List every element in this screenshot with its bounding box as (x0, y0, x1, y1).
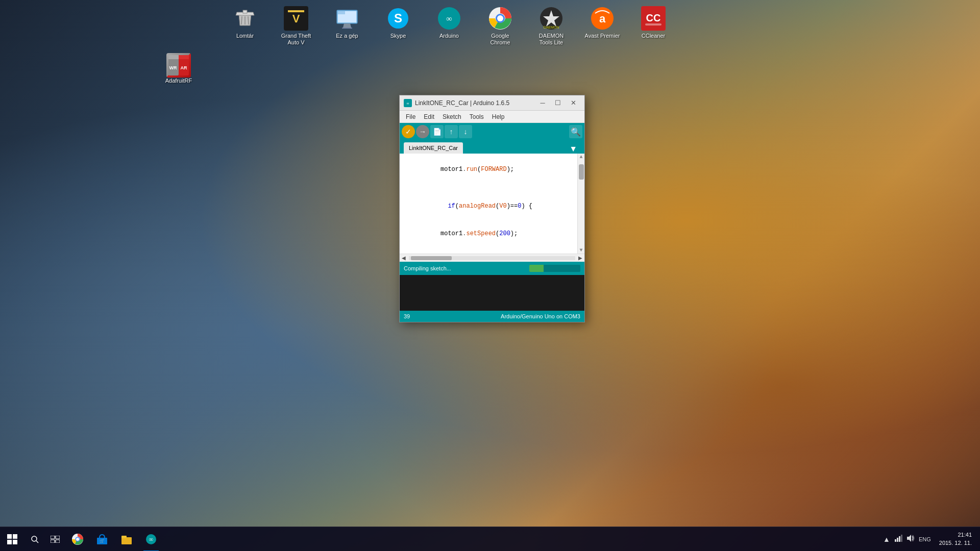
svg-rect-38 (7, 540, 12, 544)
taskbar: 🛒 ∞ ▲ (0, 527, 980, 551)
svg-rect-12 (342, 28, 352, 29)
svg-marker-11 (343, 23, 351, 28)
adafruitrf-label: AdafruitRF (165, 78, 192, 84)
svg-line-41 (36, 541, 38, 543)
svg-text:WR: WR (169, 65, 177, 70)
compile-progress-bar: Compiling sketch... (400, 262, 584, 275)
menu-edit[interactable]: Edit (420, 112, 438, 121)
taskbar-task-view[interactable] (45, 527, 65, 552)
svg-rect-45 (56, 540, 60, 543)
desktop-icon-lomtar[interactable]: Lomtár (225, 4, 265, 48)
svg-rect-39 (13, 540, 17, 544)
svg-text:V: V (292, 12, 300, 25)
compile-label: Compiling sketch... (404, 265, 529, 271)
tab-arrow[interactable]: ▼ (566, 144, 580, 154)
gta5-label: Grand TheftAuto V (281, 33, 311, 46)
menu-file[interactable]: File (402, 112, 420, 121)
scrollbar-thumb-v[interactable] (579, 164, 584, 180)
svg-rect-36 (7, 534, 12, 539)
svg-rect-27 (645, 23, 662, 26)
svg-rect-30 (168, 55, 179, 59)
scrollbar-h-track[interactable] (409, 256, 575, 260)
code-scroll-area[interactable]: motor1.run(FORWARD); if(analogRead(V0)==… (400, 154, 577, 254)
taskbar-apps: 🛒 ∞ (65, 527, 879, 551)
avast-label: Avast Premier (585, 33, 620, 39)
horizontal-scrollbar[interactable]: ◀ ▶ (400, 254, 584, 262)
desktop-icon-avast[interactable]: a Avast Premier (582, 4, 623, 48)
verify-button[interactable]: ✓ (402, 125, 415, 138)
svg-text:S: S (394, 11, 402, 25)
minimize-button[interactable]: ─ (535, 97, 550, 109)
chrome-label: GoogleChrome (490, 33, 510, 46)
close-button[interactable]: ✕ (566, 97, 580, 109)
svg-line-5 (248, 16, 249, 24)
taskbar-search[interactable] (24, 527, 45, 552)
svg-rect-31 (179, 55, 189, 59)
console-output[interactable] (400, 275, 584, 311)
tray-network[interactable] (894, 534, 902, 544)
winrar-icon: WR AR (166, 53, 191, 78)
code-line-1: motor1.run(FORWARD); (404, 156, 573, 183)
open-button[interactable]: ↑ (445, 125, 458, 138)
window-menubar: File Edit Sketch Tools Help (400, 111, 584, 123)
svg-line-3 (241, 16, 242, 24)
desktop-icon-adafruitrf[interactable]: WR AR AdafruitRF (158, 51, 199, 86)
desktop-icon-skype[interactable]: S Skype (378, 4, 419, 48)
window-tabs: LinkItONE_RC_Car ▼ (400, 140, 584, 154)
ccleaner-label: CCleaner (642, 33, 665, 39)
menu-tools[interactable]: Tools (465, 112, 488, 121)
desktop-icon-arduino[interactable]: ∞ Arduino (429, 4, 470, 48)
desktop-icon-ccleaner[interactable]: CC CCleaner (633, 4, 674, 48)
start-button[interactable] (0, 527, 24, 552)
computer-label: Ez a gép (336, 33, 358, 39)
svg-text:DAEMON: DAEMON (544, 26, 559, 29)
desktop-icon-daemon[interactable]: DAEMON DAEMONTools Lite (531, 4, 572, 48)
svg-point-48 (76, 538, 79, 541)
taskbar-app-chrome[interactable] (65, 527, 90, 552)
code-editor[interactable]: motor1.run(FORWARD); if(analogRead(V0)==… (400, 154, 584, 254)
svg-text:∞: ∞ (446, 14, 452, 23)
tray-expand[interactable]: ▲ (883, 535, 890, 543)
svg-text:a: a (599, 12, 606, 25)
code-line-2 (404, 183, 573, 192)
lomtar-label: Lomtár (236, 33, 254, 39)
tray-volume[interactable] (906, 534, 915, 544)
taskbar-app-store[interactable]: 🛒 (90, 527, 114, 552)
scrollbar-h-thumb[interactable] (411, 256, 452, 260)
svg-rect-44 (51, 540, 55, 543)
svg-marker-59 (907, 535, 911, 542)
scroll-left-arrow[interactable]: ◀ (400, 254, 408, 262)
new-button[interactable]: 📄 (430, 125, 444, 138)
code-line-4: motor1.setSpeed(200); (404, 220, 573, 247)
taskbar-clock[interactable]: 21:41 2015. 12. 11. (935, 531, 976, 547)
code-line-3: if(analogRead(V0)==0) { (404, 192, 573, 220)
desktop-icon-gta5[interactable]: V Grand TheftAuto V (276, 4, 316, 48)
code-line-5: motor1.run(BACKWARD); (404, 247, 573, 254)
vertical-scrollbar[interactable]: ▲ ▼ (577, 154, 584, 254)
desktop-icon-chrome[interactable]: GoogleChrome (480, 4, 521, 48)
taskbar-app-arduino[interactable]: ∞ (139, 527, 163, 552)
skype-label: Skype (390, 33, 406, 39)
svg-rect-51 (121, 537, 132, 544)
svg-text:🛒: 🛒 (100, 538, 105, 543)
maximize-button[interactable]: ☐ (551, 97, 565, 109)
tab-linkitone[interactable]: LinkItONE_RC_Car (404, 142, 463, 154)
menu-sketch[interactable]: Sketch (438, 112, 465, 121)
menu-help[interactable]: Help (488, 112, 509, 121)
taskbar-app-explorer[interactable] (114, 527, 139, 552)
search-button[interactable]: 🔍 (569, 125, 582, 138)
svg-rect-42 (51, 536, 55, 539)
svg-text:∞: ∞ (149, 536, 154, 543)
svg-rect-43 (56, 536, 60, 539)
desktop-icons-top-row: Lomtár V Grand TheftAuto V Ez a gép (225, 4, 674, 48)
upload-button[interactable]: → (416, 125, 429, 138)
window-toolbar: ✓ → 📄 ↑ ↓ 🔍 (400, 123, 584, 140)
taskbar-time: 21:41 (958, 531, 972, 539)
scroll-right-arrow[interactable]: ▶ (576, 254, 584, 262)
svg-rect-37 (13, 534, 17, 539)
tray-lang[interactable]: ENG (919, 536, 931, 542)
save-button[interactable]: ↓ (459, 125, 472, 138)
desktop-icon-computer[interactable]: Ez a gép (327, 4, 368, 48)
window-controls: ─ ☐ ✕ (535, 97, 580, 109)
svg-rect-58 (901, 535, 902, 542)
